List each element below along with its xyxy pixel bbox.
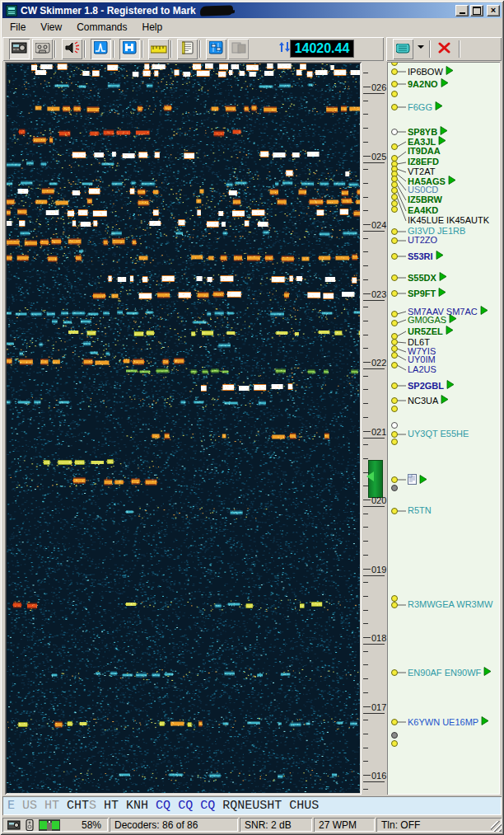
station-ut2zo[interactable]: UT2ZO: [408, 235, 437, 246]
toolbar-separator: [170, 40, 172, 58]
scale-label: 023: [371, 290, 386, 299]
station-s53ri[interactable]: S53RI: [408, 251, 444, 262]
cpu-percent: 58%: [82, 819, 101, 831]
station-gm0gas[interactable]: GM0GAS: [408, 314, 457, 326]
scale-label: 022: [371, 359, 386, 368]
speaker-button[interactable]: [62, 39, 82, 59]
decoded-token: US: [22, 799, 44, 813]
resize-grip[interactable]: [491, 821, 502, 832]
scale-major-tick: [363, 706, 371, 707]
station-r3mwgea[interactable]: R3MWGEA WR3MW: [408, 599, 492, 610]
scale-tick-underline: [363, 231, 385, 232]
document-icon: [408, 474, 417, 487]
menu-commands[interactable]: Commands: [69, 20, 134, 35]
menu-bar: FileViewCommandsHelp: [2, 19, 502, 35]
minimize-button[interactable]: [455, 5, 469, 16]
station-sp2gbl[interactable]: SP2GBL: [408, 380, 455, 392]
telnet-button[interactable]: [393, 39, 413, 59]
station-la2us[interactable]: LA2US: [408, 364, 436, 375]
scale-minor-tick: [363, 527, 368, 528]
close-button[interactable]: ×: [487, 5, 500, 16]
station-en90af[interactable]: EN90AF EN90WF: [408, 667, 492, 678]
station-sp9ft[interactable]: SP9FT: [408, 288, 446, 299]
station-ur5zel[interactable]: UR5ZEL: [408, 326, 454, 337]
decoded-token: CHT: [67, 799, 89, 813]
callsign-label: SP2GBL: [408, 381, 444, 392]
callsign-label: UR5ZEL: [408, 326, 443, 337]
play-arrow-icon[interactable]: [483, 667, 492, 678]
title-bar: CW Skimmer 1.8 - Registered to Mark ×: [2, 2, 502, 18]
delete-icon: [438, 42, 450, 57]
scale-major-tick: [363, 224, 371, 225]
play-arrow-icon[interactable]: [441, 395, 449, 406]
scale-minor-tick: [363, 417, 368, 418]
station-f6gg[interactable]: F6GG: [408, 101, 443, 113]
station-note[interactable]: [408, 474, 427, 487]
mixer-button[interactable]: [206, 39, 226, 59]
callsign-label: EN90AF EN90WF: [408, 668, 481, 678]
telnet-dropdown-icon[interactable]: [418, 45, 424, 49]
toolbar-main: 14020.44: [2, 37, 384, 61]
station-ik45lue[interactable]: IK45LUE IK45AUTK: [408, 215, 489, 226]
scale-tick-underline: [363, 93, 385, 94]
spectrum-button[interactable]: [91, 39, 111, 59]
station-k6ywn[interactable]: K6YWN UE16MP: [408, 716, 489, 728]
play-arrow-icon[interactable]: [481, 716, 489, 728]
play-arrow-icon[interactable]: [435, 101, 443, 113]
menu-file[interactable]: File: [2, 20, 33, 35]
frequency-updown-icon[interactable]: [278, 40, 290, 57]
scale-minor-tick: [363, 444, 368, 445]
frequency-display[interactable]: 14020.44: [290, 40, 354, 58]
panels-button[interactable]: [228, 39, 249, 59]
cassette-button[interactable]: [32, 39, 53, 59]
status-cell-decoders: Decoders: 86 of 86: [110, 818, 238, 832]
station-it9daa[interactable]: IT9DAA: [408, 146, 441, 157]
menu-help[interactable]: Help: [135, 20, 170, 35]
callsign-label: F6GG: [408, 102, 432, 113]
play-arrow-icon[interactable]: [448, 176, 456, 187]
delete-button[interactable]: [434, 39, 455, 59]
scale-minor-tick: [363, 403, 368, 404]
ruler-button[interactable]: [148, 39, 169, 59]
station-ip6bow[interactable]: IP6BOW: [408, 66, 454, 77]
status-bar: 58% Decoders: 86 of 86 SNR: 2 dB 27 WPM …: [2, 817, 502, 833]
scale-minor-tick: [363, 720, 368, 720]
station-nc3ua[interactable]: NC3UA: [408, 395, 449, 406]
log-button[interactable]: [177, 39, 198, 59]
station-r5tn[interactable]: R5TN: [408, 505, 432, 516]
decoded-token: S: [89, 799, 104, 813]
station-iz5brw[interactable]: IZ5BRW: [408, 195, 442, 205]
play-arrow-icon[interactable]: [436, 251, 444, 262]
play-arrow-icon[interactable]: [438, 288, 446, 299]
scale-minor-tick: [363, 128, 368, 129]
scale-minor-tick: [363, 472, 368, 473]
scale-minor-tick: [363, 692, 368, 693]
play-arrow-icon[interactable]: [449, 314, 457, 326]
station-uy3qt[interactable]: UY3QT E55HE: [408, 429, 469, 439]
scale-minor-tick: [363, 582, 368, 583]
play-arrow-icon[interactable]: [419, 475, 427, 486]
station-9a2no[interactable]: 9A2NO: [408, 78, 449, 90]
radio-button[interactable]: [9, 39, 30, 59]
scale-minor-tick: [363, 761, 368, 762]
maximize-button[interactable]: [470, 5, 483, 16]
scale-tick-underline: [363, 713, 385, 714]
station-s55dx[interactable]: S55DX: [408, 272, 447, 284]
scale-minor-tick: [363, 238, 368, 239]
ruler-icon: [151, 42, 167, 57]
decoded-token: RQNEUSHT: [222, 799, 289, 813]
play-arrow-icon[interactable]: [446, 66, 454, 77]
toolbar-separator: [142, 40, 143, 58]
waterfall-display[interactable]: [7, 63, 360, 793]
scale-minor-tick: [363, 541, 368, 542]
play-arrow-icon[interactable]: [439, 272, 447, 284]
play-arrow-icon[interactable]: [446, 380, 455, 392]
scale-major-tick: [363, 500, 371, 500]
waterfall-button[interactable]: [119, 39, 140, 59]
frequency-scale[interactable]: 026025024023022021020019018017016: [362, 62, 387, 795]
scale-minor-tick: [363, 251, 368, 252]
menu-view[interactable]: View: [33, 20, 69, 35]
play-arrow-icon[interactable]: [446, 326, 454, 337]
play-arrow-icon[interactable]: [480, 306, 488, 317]
play-arrow-icon[interactable]: [441, 78, 449, 90]
